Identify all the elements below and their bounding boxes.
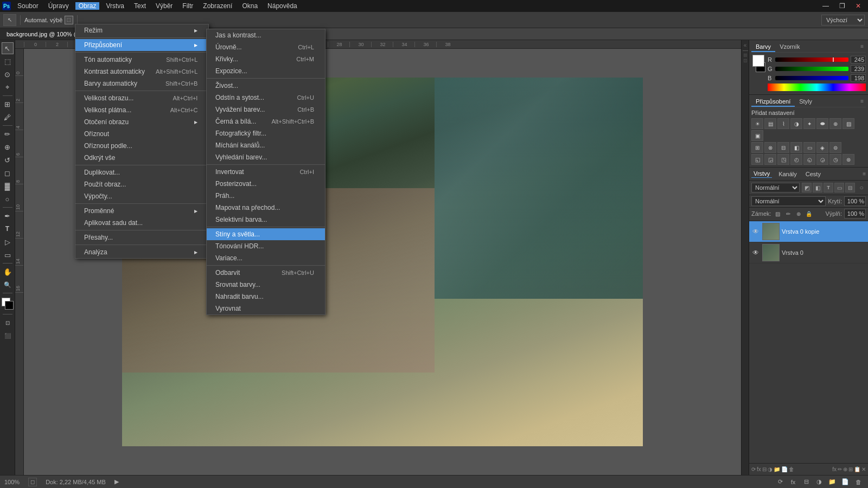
tool-quick-mask[interactable]: ⊡ [2, 317, 14, 329]
sub-srovnat-barvy[interactable]: Srovnat barvy... [207, 279, 325, 291]
r-slider[interactable] [775, 57, 848, 62]
sub-tonovani-hdr[interactable]: Tónování HDR... [207, 240, 325, 252]
close-button[interactable]: ✕ [851, 1, 866, 11]
background-color[interactable] [5, 301, 14, 310]
adjust-extra3[interactable]: ◳ [777, 154, 789, 165]
statusbar-new-icon[interactable]: 📄 [840, 477, 851, 487]
menu-vrstva[interactable]: Vrstva [103, 2, 127, 10]
menu-item-oriznout-podle[interactable]: Oříznout podle... [75, 140, 208, 152]
fg-color-swatch[interactable] [752, 55, 764, 67]
adjust-selective-icon[interactable]: ◈ [816, 142, 828, 153]
tool-brush[interactable]: ✏ [2, 128, 14, 140]
menu-item-velikost-platna[interactable]: Velikost plátna...Alt+Ctrl+C [75, 104, 208, 116]
adjust-poster-icon[interactable]: ⊟ [777, 142, 789, 153]
sub-posterizovat[interactable]: Posterizovat... [207, 178, 325, 190]
menu-item-oriznout[interactable]: Oříznout [75, 128, 208, 140]
sub-jas-kontrast[interactable]: Jas a kontrast... [207, 29, 325, 41]
tool-hand[interactable]: ✋ [2, 266, 14, 278]
adjust-exposure-icon[interactable]: ◑ [790, 118, 802, 129]
menu-item-analyza[interactable]: Analýza [75, 246, 208, 258]
sub-foto-filtr[interactable]: Fotografický filtr... [207, 127, 325, 139]
fx-label[interactable]: fx [832, 466, 837, 472]
adjust-curves-icon[interactable]: ⌇ [777, 118, 789, 129]
menu-vyber[interactable]: Výběr [152, 2, 176, 10]
layers-footer-page-icon[interactable]: 📋 [854, 466, 860, 472]
layers-fx-icon[interactable]: fx [757, 466, 761, 472]
menu-item-rezim[interactable]: Režim [75, 24, 208, 36]
tool-shape[interactable]: ▭ [2, 249, 14, 261]
g-value[interactable] [851, 65, 866, 73]
sub-odbarvit[interactable]: OdbarvitShift+Ctrl+U [207, 267, 325, 279]
tool-eraser[interactable]: ◻ [2, 167, 14, 179]
layers-delete-icon[interactable]: 🗑 [789, 466, 794, 472]
layers-new-icon[interactable]: 📄 [781, 466, 788, 472]
tab-barvy[interactable]: Barvy [751, 42, 775, 52]
statusbar-fx-icon[interactable]: fx [788, 477, 799, 487]
layer-filter-pixel[interactable]: ◩ [802, 183, 812, 192]
statusbar-arrow[interactable]: ▶ [114, 478, 119, 485]
sub-mapovat-prechod[interactable]: Mapovat na přechod... [207, 202, 325, 214]
blend-mode-select[interactable]: Normální [751, 196, 826, 206]
sub-vyrovnat[interactable]: Vyrovnat [207, 303, 325, 314]
sub-cerna-bila[interactable]: Černá a bílá...Alt+Shift+Ctrl+B [207, 115, 325, 127]
layer-filter-shape[interactable]: ▭ [834, 183, 844, 192]
sub-selektivni-barva[interactable]: Selektivní barva... [207, 214, 325, 226]
menu-text[interactable]: Text [131, 2, 149, 10]
adjust-extra4[interactable]: ◴ [790, 154, 802, 165]
layer-vis-1[interactable]: 👁 [751, 248, 760, 257]
menu-item-otoceni[interactable]: Otočení obrazu [75, 116, 208, 128]
sub-michani-kanalu[interactable]: Míchání kanálů... [207, 139, 325, 151]
sub-vyvazeni-barev[interactable]: Vyvážení barev...Ctrl+B [207, 104, 325, 115]
adjust-options-icon[interactable]: ≡ [858, 97, 866, 107]
menu-filtr[interactable]: Filtr [179, 2, 196, 10]
adjust-extra5[interactable]: ◵ [803, 154, 815, 165]
layer-item-0[interactable]: 👁 Vrstva 0 kopie [749, 221, 868, 242]
color-chips[interactable] [2, 298, 14, 310]
tool-lasso[interactable]: ⊙ [2, 68, 14, 80]
statusbar-preview-icon[interactable]: ◻ [28, 478, 37, 486]
menu-soubor[interactable]: Soubor [14, 2, 42, 10]
adjust-colorbalance-icon[interactable]: ⊕ [829, 118, 841, 129]
tool-marquee[interactable]: ⬚ [2, 55, 14, 67]
tool-crop[interactable]: ⊞ [2, 98, 14, 110]
fill-value[interactable] [844, 209, 866, 219]
sub-nahradit-barvu[interactable]: Nahradit barvu... [207, 291, 325, 303]
menu-item-presahy[interactable]: Přesahy... [75, 232, 208, 243]
menu-item-prizpusobeni[interactable]: Přizpůsobení [75, 39, 208, 51]
layers-footer-trash-icon[interactable]: ✕ [861, 466, 866, 472]
tool-type[interactable]: T [2, 223, 14, 235]
tool-eyedropper[interactable]: 🖉 [2, 111, 14, 123]
adjust-levels-icon[interactable]: ▤ [764, 118, 776, 129]
move-tool-options[interactable]: ↖ [3, 14, 16, 26]
layer-filter-toggle[interactable]: ○ [857, 183, 866, 192]
tab-cesty[interactable]: Cesty [803, 170, 823, 178]
tab-vrstvy[interactable]: Vrstvy [751, 170, 772, 178]
minimize-button[interactable]: — [818, 1, 833, 11]
menu-item-promenne[interactable]: Proměnné [75, 205, 208, 217]
b-slider[interactable] [775, 76, 848, 80]
menu-item-vypocty[interactable]: Výpočty... [75, 190, 208, 202]
menu-zobrazeni[interactable]: Zobrazení [200, 2, 235, 10]
layers-footer-edit-icon[interactable]: ✏ [838, 466, 842, 472]
tab-styly[interactable]: Styly [795, 97, 816, 107]
statusbar-folder-icon[interactable]: 📁 [827, 477, 838, 487]
opacity-value[interactable] [844, 196, 866, 206]
workspace-select[interactable]: Výchozí [821, 15, 865, 25]
adjust-brightness-icon[interactable]: ☀ [751, 118, 763, 129]
statusbar-link-icon[interactable]: ⟳ [775, 477, 786, 487]
sub-zivost[interactable]: Živost... [207, 80, 325, 92]
layer-item-1[interactable]: 👁 Vrstva 0 [749, 242, 868, 264]
layer-type-filter[interactable]: Normální [751, 183, 800, 192]
tool-dodge[interactable]: ○ [2, 193, 14, 205]
tool-gradient[interactable]: ▓ [2, 180, 14, 192]
show-transform-controls[interactable]: ⬚ [65, 16, 73, 24]
collapse-icon[interactable]: « [744, 42, 747, 48]
statusbar-del-icon[interactable]: 🗑 [853, 477, 864, 487]
adjust-extra6[interactable]: ◶ [816, 154, 828, 165]
tool-move[interactable]: ↖ [2, 42, 14, 54]
menu-item-pouzit-obraz[interactable]: Použít obraz... [75, 178, 208, 190]
sub-stiny-svetla[interactable]: Stíny a světla... [207, 228, 325, 240]
tab-prizpusobeni[interactable]: Přizpůsobení [751, 97, 795, 107]
adjust-threshold-icon[interactable]: ◧ [790, 142, 802, 153]
adjust-extra7[interactable]: ◷ [829, 154, 841, 165]
